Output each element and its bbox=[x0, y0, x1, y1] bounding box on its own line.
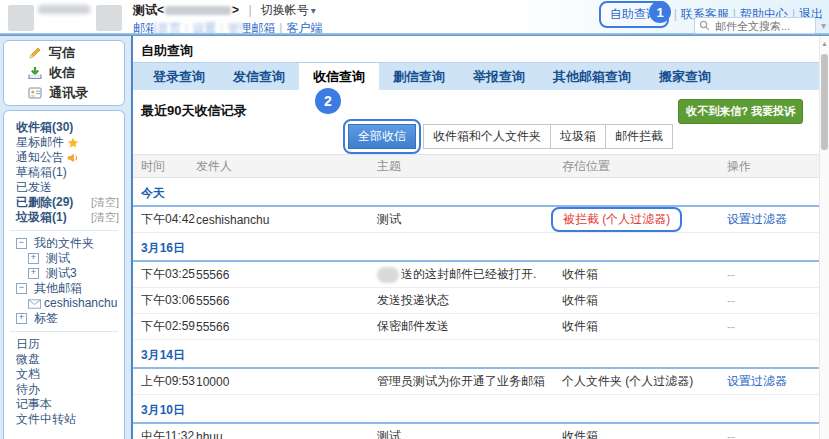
query-tabs: 登录查询发信查询收信查询删信查询举报查询其他邮箱查询搬家查询 bbox=[133, 62, 819, 90]
table-row: 下午03:0655566发送投递状态收件箱-- bbox=[133, 288, 819, 314]
section-title: 最近90天收信记录 bbox=[141, 102, 246, 120]
expand-icon[interactable]: + bbox=[28, 268, 39, 279]
cell-action: -- bbox=[727, 294, 819, 308]
switch-account-link[interactable]: 切换帐号▾ bbox=[261, 3, 316, 17]
collapse-icon[interactable]: − bbox=[16, 283, 27, 294]
set-filter-link[interactable]: 设置过滤器 bbox=[727, 212, 787, 226]
sidebar-divider-2 bbox=[10, 331, 118, 332]
folder-label-wrap: 已发送 bbox=[16, 180, 119, 195]
switch-account-label: 切换帐号 bbox=[261, 3, 309, 17]
folder-label: 垃圾箱(1) bbox=[16, 210, 67, 225]
no-action-dash: -- bbox=[727, 294, 735, 308]
tree-item-my-folders[interactable]: −我的文件夹 bbox=[4, 236, 124, 251]
app-item-weipan[interactable]: 微盘 bbox=[4, 352, 124, 367]
empty-folder-link[interactable]: [清空] bbox=[91, 210, 119, 225]
sidebar-divider bbox=[10, 230, 118, 231]
expand-icon[interactable]: + bbox=[16, 313, 27, 324]
app-item-calendar[interactable]: 日历 bbox=[4, 337, 124, 352]
date-group-header: 3月16日 bbox=[133, 233, 819, 262]
cell-location: 收件箱 bbox=[562, 428, 727, 439]
folder-junk[interactable]: 垃圾箱(1)[清空] bbox=[4, 210, 124, 225]
account-name: 测试< bbox=[133, 3, 164, 17]
folder-label-wrap: 星标邮件 bbox=[16, 135, 119, 150]
date-group-header: 今天 bbox=[133, 178, 819, 207]
sidebar-item-check-mail[interactable]: 收信 bbox=[4, 63, 124, 83]
date-group-header: 3月10日 bbox=[133, 395, 819, 424]
location-text: 收件箱 bbox=[562, 429, 598, 439]
filter-inbox-and-personal[interactable]: 收件箱和个人文件夹 bbox=[423, 124, 551, 149]
collapse-icon[interactable]: − bbox=[16, 238, 27, 249]
complaint-button[interactable]: 收不到来信? 我要投诉 bbox=[678, 99, 803, 124]
tree-item-label: 测试3 bbox=[46, 266, 77, 281]
filter-all-mail[interactable]: 全部收信 bbox=[348, 124, 416, 149]
cell-action: 设置过滤器 bbox=[727, 211, 819, 228]
cell-location: 被拦截 (个人过滤器) bbox=[562, 207, 727, 232]
filter-junk[interactable]: 垃圾箱 bbox=[550, 124, 606, 149]
tree-item-label: 标签 bbox=[34, 311, 58, 326]
filter-mail-blocked[interactable]: 邮件拦截 bbox=[605, 124, 673, 149]
folder-inbox[interactable]: 收件箱(30) bbox=[4, 120, 124, 135]
logo-placeholder bbox=[8, 5, 34, 31]
sidebar-item-label: 收信 bbox=[49, 64, 75, 82]
location-text: 收件箱 bbox=[562, 319, 598, 333]
search-box[interactable] bbox=[694, 17, 816, 34]
search-input[interactable] bbox=[713, 19, 811, 33]
tab-send-query[interactable]: 发信查询 bbox=[219, 63, 299, 90]
contacts-icon bbox=[28, 86, 42, 100]
sidebar-item-compose-mail[interactable]: 写信 bbox=[4, 43, 124, 63]
tree-item-folder-test[interactable]: +测试 bbox=[4, 251, 124, 266]
folder-announcements[interactable]: 通知公告 bbox=[4, 150, 124, 165]
cell-time: 下午03:06 bbox=[141, 292, 196, 309]
location-text: 个人文件夹 (个人过滤器) bbox=[562, 374, 693, 388]
tab-report-query[interactable]: 举报查询 bbox=[459, 63, 539, 90]
tab-migration-query[interactable]: 搬家查询 bbox=[645, 63, 725, 90]
tree-item-wrap: ceshishanchu bbox=[28, 296, 119, 311]
empty-folder-link[interactable]: [清空] bbox=[91, 195, 119, 210]
scrollbar[interactable]: ▲ bbox=[819, 36, 829, 439]
column-header-1: 发件人 bbox=[196, 158, 377, 175]
search-dropdown-icon[interactable]: ▾ bbox=[821, 20, 826, 31]
apps-list: 日历微盘文档待办记事本文件中转站 bbox=[4, 337, 124, 427]
app-item-file-transfer[interactable]: 文件中转站 bbox=[4, 412, 124, 427]
tree-item-folder-test3[interactable]: +测试3 bbox=[4, 266, 124, 281]
table-header-row: 时间发件人主题存信位置操作 bbox=[133, 154, 819, 178]
folder-drafts[interactable]: 草稿箱(1) bbox=[4, 165, 124, 180]
app-item-label: 待办 bbox=[16, 382, 40, 397]
app-item-todo[interactable]: 待办 bbox=[4, 382, 124, 397]
expand-icon[interactable]: + bbox=[28, 253, 39, 264]
cell-time: 下午04:42 bbox=[141, 211, 196, 228]
cell-action: -- bbox=[727, 268, 819, 282]
sidebar-item-contacts[interactable]: 通讯录 bbox=[4, 83, 124, 103]
logo-placeholder-2 bbox=[96, 5, 122, 31]
mail-filters: 全部收信收件箱和个人文件夹垃圾箱邮件拦截 bbox=[348, 124, 673, 149]
cell-sender: hhuu bbox=[196, 430, 377, 439]
folder-starred[interactable]: 星标邮件 bbox=[4, 135, 124, 150]
cell-time: 中午11:32 bbox=[141, 428, 196, 439]
folder-deleted[interactable]: 已删除(29)[清空] bbox=[4, 195, 124, 210]
tab-login-query[interactable]: 登录查询 bbox=[139, 63, 219, 90]
folder-list: 收件箱(30)星标邮件通知公告草稿箱(1)已发送已删除(29)[清空]垃圾箱(1… bbox=[4, 120, 124, 225]
cell-sender: ceshishanchu bbox=[196, 213, 377, 227]
column-header-4: 操作 bbox=[727, 158, 819, 175]
account-email-redacted bbox=[165, 6, 231, 15]
app-item-label: 日历 bbox=[16, 337, 40, 352]
folder-sent[interactable]: 已发送 bbox=[4, 180, 124, 195]
tree-item-ceshishanchu[interactable]: ceshishanchu bbox=[4, 296, 124, 311]
tab-other-mailbox-query[interactable]: 其他邮箱查询 bbox=[539, 63, 645, 90]
app-item-docs[interactable]: 文档 bbox=[4, 367, 124, 382]
folders-panel: 收件箱(30)星标邮件通知公告草稿箱(1)已发送已删除(29)[清空]垃圾箱(1… bbox=[3, 110, 125, 439]
tab-delete-query[interactable]: 删信查询 bbox=[379, 63, 459, 90]
set-filter-link[interactable]: 设置过滤器 bbox=[727, 374, 787, 388]
cell-sender: 55566 bbox=[196, 294, 377, 308]
tree-item-labels[interactable]: +标签 bbox=[4, 311, 124, 326]
column-header-2: 主题 bbox=[377, 158, 562, 175]
app-item-label: 记事本 bbox=[16, 397, 52, 412]
tab-receive-query[interactable]: 收信查询 bbox=[299, 63, 379, 90]
tree-item-other-mailboxes[interactable]: −其他邮箱 bbox=[4, 281, 124, 296]
app-item-notes[interactable]: 记事本 bbox=[4, 397, 124, 412]
search-row: ▾ bbox=[694, 17, 826, 34]
tree-item-label: 我的文件夹 bbox=[34, 236, 94, 251]
scrollbar-thumb[interactable] bbox=[821, 54, 828, 150]
chevron-down-icon: ▾ bbox=[311, 4, 316, 18]
scroll-up-arrow-icon[interactable]: ▲ bbox=[821, 40, 828, 47]
